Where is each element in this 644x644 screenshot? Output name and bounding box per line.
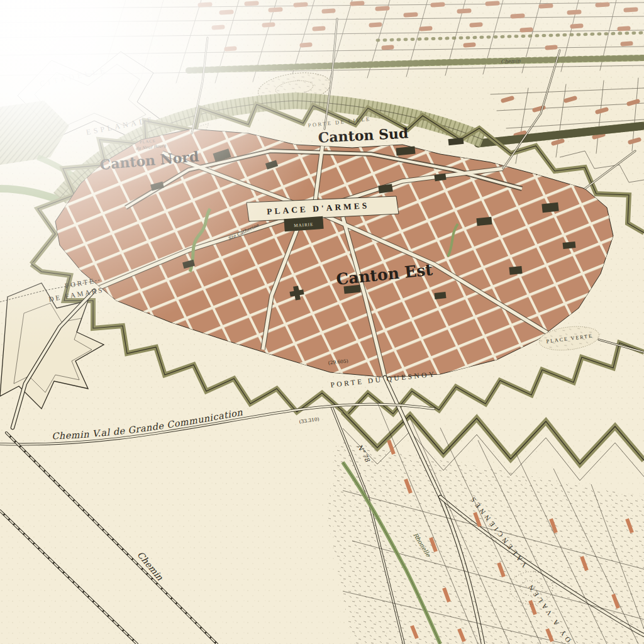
label-chemin-top: Chemin: [501, 58, 521, 65]
map-canvas: CITADELLE ESPLANADE PORTE DE LILLE Canto…: [0, 0, 644, 644]
map-photo: CITADELLE ESPLANADE PORTE DE LILLE Canto…: [0, 0, 644, 644]
